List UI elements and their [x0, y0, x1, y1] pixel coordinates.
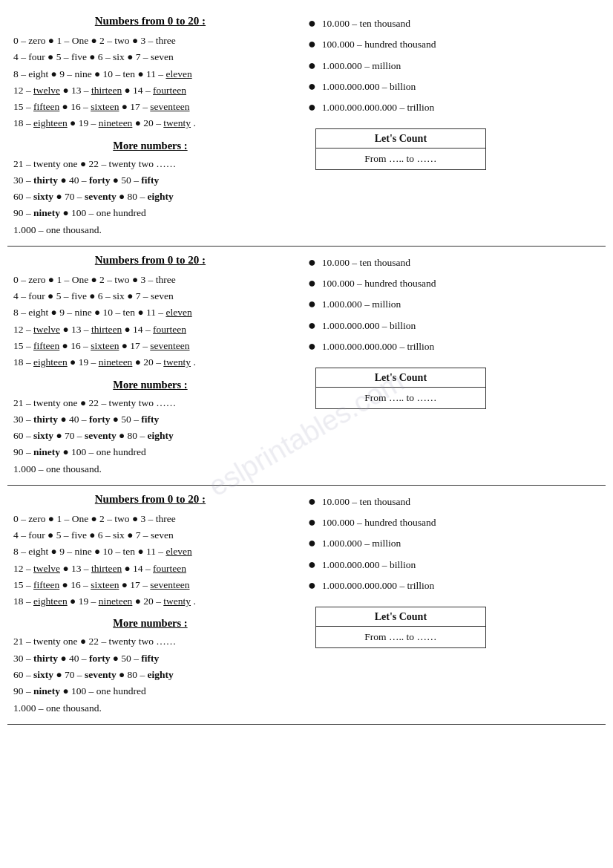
bullet-text-2-5: 1.000.000.000.000 – trillion — [322, 339, 435, 354]
number-line-3-6: 18 – eighteen ● 19 – nineteen ● 20 – twe… — [13, 593, 287, 610]
bullet-text-3-3: 1.000.000 – million — [322, 536, 401, 551]
more-line-2-1: 21 – twenty one ● 22 – twenty two …… — [13, 395, 287, 411]
bullet-item-1-3: ●1.000.000 – million — [308, 59, 606, 74]
more-line-3-3: 60 – sixty ● 70 – seventy ● 80 – eighty — [13, 667, 287, 683]
lets-count-body-1: From ….. to …… — [316, 149, 485, 169]
bullet-dot-icon: ● — [308, 16, 316, 31]
lets-count-header-3: Let's Count — [316, 607, 485, 627]
more-line-3-2: 30 – thirty ● 40 – forty ● 50 – fifty — [13, 650, 287, 667]
bullet-dot-icon: ● — [308, 515, 316, 530]
bullet-dot-icon: ● — [308, 558, 316, 572]
lets-count-box-3: Let's CountFrom ….. to …… — [315, 607, 486, 648]
number-line-3-1: 0 – zero ● 1 – One ● 2 – two ● 3 – three — [13, 511, 287, 527]
number-line-2-5: 15 – fifteen ● 16 – sixteen ● 17 – seven… — [13, 338, 287, 354]
right-col-2: ●10.000 – ten thousand●100.000 – hundred… — [295, 254, 606, 477]
bullet-item-1-2: ●100.000 – hundred thousand — [308, 37, 606, 52]
numbers-block-2: 0 – zero ● 1 – One ● 2 – two ● 3 – three… — [13, 272, 287, 371]
number-line-2-3: 8 – eight ● 9 – nine ● 10 – ten ● 11 – e… — [13, 304, 287, 321]
bullet-text-1-2: 100.000 – hundred thousand — [322, 37, 436, 52]
bullet-item-1-1: ●10.000 – ten thousand — [308, 16, 606, 31]
section-1: Numbers from 0 to 20 :0 – zero ● 1 – One… — [7, 7, 606, 247]
number-line-1-5: 15 – fifteen ● 16 – sixteen ● 17 – seven… — [13, 99, 287, 115]
more-block-1: 21 – twenty one ● 22 – twenty two ……30 –… — [13, 156, 287, 238]
bullet-text-1-3: 1.000.000 – million — [322, 59, 401, 74]
bullet-dot-icon: ● — [308, 255, 316, 270]
number-line-3-4: 12 – twelve ● 13 – thirteen ● 14 – fourt… — [13, 561, 287, 577]
bullet-item-2-3: ●1.000.000 – million — [308, 297, 606, 312]
number-line-1-2: 4 – four ● 5 – five ● 6 – six ● 7 – seve… — [13, 49, 287, 65]
bullet-item-2-4: ●1.000.000.000 – billion — [308, 319, 606, 333]
more-line-3-5: 1.000 – one thousand. — [13, 700, 287, 717]
bullet-item-3-4: ●1.000.000.000 – billion — [308, 558, 606, 572]
bullet-dot-icon: ● — [308, 339, 316, 354]
left-col-3: Numbers from 0 to 20 :0 – zero ● 1 – One… — [7, 493, 295, 717]
bullet-text-1-1: 10.000 – ten thousand — [322, 16, 410, 31]
more-line-3-4: 90 – ninety ● 100 – one hundred — [13, 683, 287, 699]
bullet-dot-icon: ● — [308, 297, 316, 312]
bullet-text-3-2: 100.000 – hundred thousand — [322, 515, 436, 530]
numbers-block-3: 0 – zero ● 1 – One ● 2 – two ● 3 – three… — [13, 511, 287, 610]
bullet-item-1-4: ●1.000.000.000 – billion — [308, 79, 606, 94]
bullet-dot-icon: ● — [308, 578, 316, 593]
more-line-3-1: 21 – twenty one ● 22 – twenty two …… — [13, 633, 287, 650]
number-line-3-5: 15 – fifteen ● 16 – sixteen ● 17 – seven… — [13, 577, 287, 593]
more-line-1-3: 60 – sixty ● 70 – seventy ● 80 – eighty — [13, 189, 287, 205]
left-col-1: Numbers from 0 to 20 :0 – zero ● 1 – One… — [7, 15, 295, 238]
number-line-3-2: 4 – four ● 5 – five ● 6 – six ● 7 – seve… — [13, 527, 287, 544]
bullet-text-3-5: 1.000.000.000.000 – trillion — [322, 578, 435, 593]
bullet-text-2-2: 100.000 – hundred thousand — [322, 276, 436, 291]
bullet-dot-icon: ● — [308, 319, 316, 333]
bullet-item-3-1: ●10.000 – ten thousand — [308, 495, 606, 509]
bullet-item-3-5: ●1.000.000.000.000 – trillion — [308, 578, 606, 593]
more-line-1-5: 1.000 – one thousand. — [13, 222, 287, 238]
more-line-2-3: 60 – sixty ● 70 – seventy ● 80 – eighty — [13, 428, 287, 444]
number-line-1-1: 0 – zero ● 1 – One ● 2 – two ● 3 – three — [13, 33, 287, 49]
lets-count-header-1: Let's Count — [316, 129, 485, 149]
number-line-1-3: 8 – eight ● 9 – nine ● 10 – ten ● 11 – e… — [13, 66, 287, 82]
section-2: Numbers from 0 to 20 :0 – zero ● 1 – One… — [7, 247, 606, 486]
right-col-1: ●10.000 – ten thousand●100.000 – hundred… — [295, 15, 606, 238]
more-line-1-2: 30 – thirty ● 40 – forty ● 50 – fifty — [13, 172, 287, 189]
lets-count-box-1: Let's CountFrom ….. to …… — [315, 128, 486, 170]
more-title-1: More numbers : — [13, 140, 287, 152]
more-line-2-5: 1.000 – one thousand. — [13, 461, 287, 477]
section-3: Numbers from 0 to 20 :0 – zero ● 1 – One… — [7, 486, 606, 725]
bullet-item-2-5: ●1.000.000.000.000 – trillion — [308, 339, 606, 354]
more-line-2-2: 30 – thirty ● 40 – forty ● 50 – fifty — [13, 411, 287, 428]
number-line-1-6: 18 – eighteen ● 19 – nineteen ● 20 – twe… — [13, 115, 287, 131]
bullet-item-2-2: ●100.000 – hundred thousand — [308, 276, 606, 291]
bullet-text-2-4: 1.000.000.000 – billion — [322, 319, 416, 333]
left-col-2: Numbers from 0 to 20 :0 – zero ● 1 – One… — [7, 254, 295, 477]
bullet-dot-icon: ● — [308, 276, 316, 291]
more-line-1-1: 21 – twenty one ● 22 – twenty two …… — [13, 156, 287, 172]
bullet-item-2-1: ●10.000 – ten thousand — [308, 255, 606, 270]
bullet-dot-icon: ● — [308, 495, 316, 509]
bullet-dot-icon: ● — [308, 536, 316, 551]
more-title-3: More numbers : — [13, 617, 287, 630]
lets-count-header-2: Let's Count — [316, 368, 485, 388]
bullet-text-3-4: 1.000.000.000 – billion — [322, 558, 416, 572]
number-line-2-1: 0 – zero ● 1 – One ● 2 – two ● 3 – three — [13, 272, 287, 288]
bullet-dot-icon: ● — [308, 37, 316, 52]
bullet-item-3-3: ●1.000.000 – million — [308, 536, 606, 551]
bullet-dot-icon: ● — [308, 100, 316, 115]
more-line-1-4: 90 – ninety ● 100 – one hundred — [13, 205, 287, 221]
more-title-2: More numbers : — [13, 379, 287, 391]
bullet-item-1-5: ●1.000.000.000.000 – trillion — [308, 100, 606, 115]
numbers-title-2: Numbers from 0 to 20 : — [13, 254, 287, 267]
bullet-text-2-1: 10.000 – ten thousand — [322, 255, 410, 270]
numbers-block-1: 0 – zero ● 1 – One ● 2 – two ● 3 – three… — [13, 33, 287, 132]
lets-count-body-2: From ….. to …… — [316, 388, 485, 408]
lets-count-box-2: Let's CountFrom ….. to …… — [315, 368, 486, 409]
number-line-2-6: 18 – eighteen ● 19 – nineteen ● 20 – twe… — [13, 354, 287, 371]
bullet-text-1-5: 1.000.000.000.000 – trillion — [322, 100, 435, 115]
right-col-3: ●10.000 – ten thousand●100.000 – hundred… — [295, 493, 606, 717]
number-line-3-3: 8 – eight ● 9 – nine ● 10 – ten ● 11 – e… — [13, 544, 287, 560]
bullet-dot-icon: ● — [308, 59, 316, 74]
page: Numbers from 0 to 20 :0 – zero ● 1 – One… — [7, 7, 606, 725]
number-line-1-4: 12 – twelve ● 13 – thirteen ● 14 – fourt… — [13, 82, 287, 99]
lets-count-body-3: From ….. to …… — [316, 627, 485, 647]
number-line-2-4: 12 – twelve ● 13 – thirteen ● 14 – fourt… — [13, 322, 287, 338]
bullet-text-1-4: 1.000.000.000 – billion — [322, 79, 416, 94]
more-line-2-4: 90 – ninety ● 100 – one hundred — [13, 444, 287, 460]
